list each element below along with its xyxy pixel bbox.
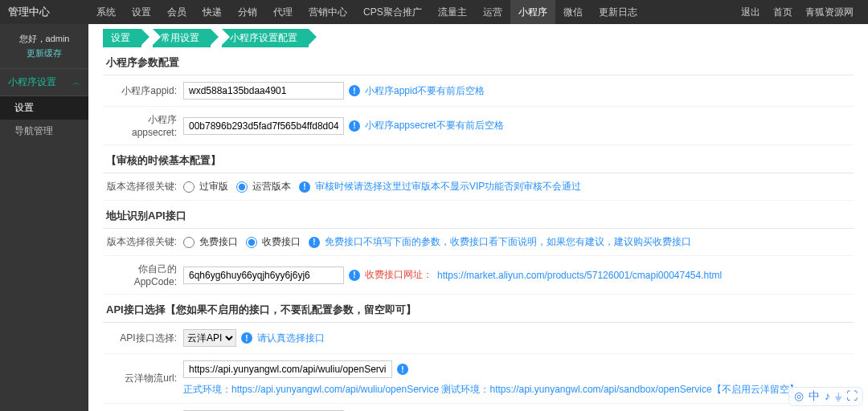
label: 云洋物流url: [103, 372, 183, 385]
section-title: API接口选择【您如果不启用的接口，不要乱配置参数，留空即可】 [103, 298, 854, 323]
section-api-select: API接口选择【您如果不启用的接口，不要乱配置参数，留空即可】 API接口选择:… [103, 298, 854, 411]
tool-icon[interactable]: ◎ [794, 389, 804, 404]
float-toolbar: ◎中♪⏚⛶ [788, 387, 863, 406]
info-icon: ! [397, 364, 408, 375]
breadcrumb-item[interactable]: 设置 [103, 29, 141, 47]
sidebar-item[interactable]: 设置 [0, 96, 88, 120]
row-yunyang-url: 云洋物流url: ! 正式环境：https://api.yunyangwl.co… [103, 354, 854, 404]
chevron-up-icon: ︿ [72, 77, 80, 88]
section-title: 小程序参数配置 [103, 51, 854, 75]
radio-paid-api[interactable] [246, 237, 257, 248]
radio-operate-version[interactable] [236, 181, 248, 193]
breadcrumb-item[interactable]: 小程序设置配置 [222, 29, 309, 47]
breadcrumb: 设置常用设置小程序设置配置 [103, 29, 868, 47]
radio-label: 运营版本 [252, 180, 291, 193]
sidebar: 您好，admin 更新缓存 小程序设置 ︿ 设置导航管理 [0, 24, 88, 411]
radio-audit-version[interactable] [183, 181, 194, 193]
brand: 管理中心 [8, 5, 88, 19]
section-title: 【审核的时候基本配置】 [103, 149, 854, 173]
yunyang-url-input[interactable] [183, 360, 392, 378]
top-nav: 系统设置会员快递分销代理营销中心CPS聚合推广流量主运营小程序微信更新日志 [88, 0, 735, 24]
top-bar: 管理中心 系统设置会员快递分销代理营销中心CPS聚合推广流量主运营小程序微信更新… [0, 0, 868, 24]
row-appid: 小程序appid: ! 小程序appid不要有前后空格 [103, 75, 854, 107]
sidebar-item[interactable]: 导航管理 [0, 120, 88, 143]
nav-right-item[interactable]: 青狐资源网 [799, 0, 860, 24]
info-icon: ! [349, 270, 360, 281]
nav-item[interactable]: 代理 [265, 0, 301, 24]
section-address-api: 地址识别API接口 版本选择很关键: 免费接口 收费接口 ! 免费接口不填写下面… [103, 204, 854, 295]
top-right: 退出首页青狐资源网 [735, 0, 860, 24]
row-api-version: 版本选择很关键: 免费接口 收费接口 ! 免费接口不填写下面的参数，收费接口看下… [103, 229, 854, 256]
row-api-select: API接口选择: 云洋API ! 请认真选择接口 [103, 323, 854, 354]
label: 小程序appsecret: [103, 113, 183, 138]
radio-free-api[interactable] [183, 237, 194, 248]
radio-label: 过审版 [199, 180, 228, 193]
hint-prefix: 收费接口网址： [365, 268, 432, 282]
hint-text: 正式环境：https://api.yunyangwl.com/api/wuliu… [183, 383, 799, 397]
sidebar-hello: 您好，admin 更新缓存 [0, 24, 88, 68]
refresh-cache-link[interactable]: 更新缓存 [6, 47, 82, 61]
hint-text: 小程序appid不要有前后空格 [365, 84, 485, 98]
breadcrumb-item[interactable]: 常用设置 [153, 29, 211, 47]
appid-input[interactable] [183, 82, 344, 100]
row-appsecret: 小程序appsecret: ! 小程序appsecret不要有前后空格 [103, 107, 854, 145]
hint-text: 请认真选择接口 [257, 332, 325, 345]
tool-icon[interactable]: ♪ [825, 389, 830, 404]
hello-text: 您好，admin [19, 34, 70, 43]
nav-item[interactable]: 营销中心 [301, 0, 355, 24]
section-audit: 【审核的时候基本配置】 版本选择很关键: 过审版 运营版本 ! 审核时候请选择这… [103, 149, 854, 201]
label: 版本选择很关键: [103, 235, 183, 249]
hint-link: https://market.aliyun.com/products/57126… [437, 270, 722, 281]
info-icon: ! [349, 85, 360, 96]
nav-item[interactable]: 运营 [475, 0, 510, 24]
tool-icon[interactable]: ⛶ [846, 389, 858, 404]
label: 版本选择很关键: [103, 180, 183, 193]
info-icon: ! [309, 237, 320, 248]
nav-item[interactable]: 更新日志 [591, 0, 645, 24]
nav-right-item[interactable]: 退出 [735, 0, 767, 24]
nav-item[interactable]: 流量主 [430, 0, 475, 24]
sidebar-group-miniprogram[interactable]: 小程序设置 ︿ [0, 68, 88, 96]
api-select[interactable]: 云洋API [183, 329, 236, 347]
section-title: 地址识别API接口 [103, 204, 854, 229]
label: 小程序appid: [103, 84, 183, 98]
nav-item[interactable]: 会员 [159, 0, 194, 24]
appsecret-input[interactable] [183, 117, 344, 135]
nav-right-item[interactable]: 首页 [767, 0, 799, 24]
sidebar-group-label: 小程序设置 [8, 75, 56, 89]
radio-label: 收费接口 [262, 235, 301, 249]
nav-item[interactable]: CPS聚合推广 [355, 0, 430, 24]
radio-label: 免费接口 [199, 235, 238, 249]
nav-item[interactable]: 微信 [555, 0, 591, 24]
info-icon: ! [241, 332, 252, 344]
info-icon: ! [299, 181, 310, 193]
row-version-key: 版本选择很关键: 过审版 运营版本 ! 审核时候请选择这里过审版本不显示VIP功… [103, 173, 854, 201]
label: API接口选择: [103, 332, 183, 345]
row-yunyang-appid: 云洋物流APPID: ! 云洋物流平台方提供的独立的appid，作为唯一接入认证… [103, 404, 854, 411]
row-appcode: 你自己的AppCode: ! 收费接口网址： https://market.al… [103, 256, 854, 295]
tool-icon[interactable]: 中 [809, 389, 820, 404]
tool-icon[interactable]: ⏚ [835, 389, 841, 404]
section-params: 小程序参数配置 小程序appid: ! 小程序appid不要有前后空格 小程序a… [103, 51, 854, 145]
hint-text: 审核时候请选择这里过审版本不显示VIP功能否则审核不会通过 [315, 180, 581, 193]
nav-item[interactable]: 分销 [230, 0, 265, 24]
info-icon: ! [349, 120, 360, 132]
label: 你自己的AppCode: [103, 262, 183, 287]
appcode-input[interactable] [183, 267, 344, 284]
nav-item[interactable]: 小程序 [510, 0, 555, 24]
nav-item[interactable]: 设置 [124, 0, 159, 24]
nav-item[interactable]: 快递 [194, 0, 230, 24]
main-content: 设置常用设置小程序设置配置 小程序参数配置 小程序appid: ! 小程序app… [88, 24, 868, 411]
nav-item[interactable]: 系统 [88, 0, 124, 24]
hint-text: 免费接口不填写下面的参数，收费接口看下面说明，如果您有建议，建议购买收费接口 [325, 235, 691, 249]
hint-text: 小程序appsecret不要有前后空格 [365, 119, 504, 132]
container: 您好，admin 更新缓存 小程序设置 ︿ 设置导航管理 设置常用设置小程序设置… [0, 24, 868, 411]
